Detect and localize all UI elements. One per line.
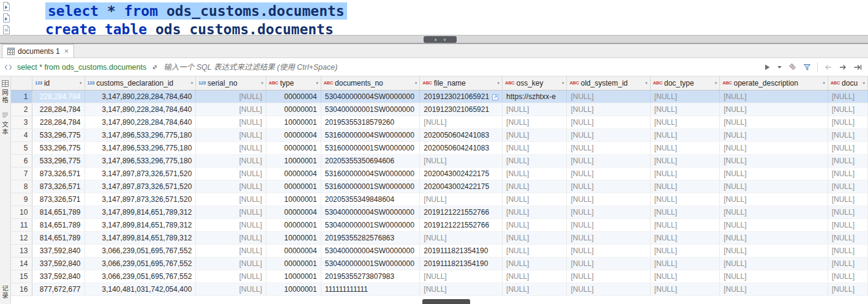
cell-serial_no[interactable]: [NULL] xyxy=(196,103,266,116)
view-tab-record[interactable]: 记录 xyxy=(1,285,10,299)
view-tab-text[interactable]: 文本 xyxy=(1,112,10,135)
cell-doc_type[interactable]: [NULL] xyxy=(650,116,719,128)
cell-type[interactable]: 00000001 xyxy=(266,257,321,270)
sql-file-icon[interactable] xyxy=(2,25,10,34)
cell-docu[interactable]: [NULL] xyxy=(828,193,867,206)
cell-id[interactable]: 228,284,784 xyxy=(32,116,84,128)
sort-dropdown-icon[interactable]: ▾ xyxy=(261,81,264,86)
cell-file_name[interactable]: 2020050604241083 xyxy=(420,128,503,141)
cell-customs_declaration_id[interactable]: 3,147,897,873,326,571,520 xyxy=(84,180,196,193)
cell-documents_no[interactable]: 530400000001SW0000000 xyxy=(321,218,420,231)
cell-customs_declaration_id[interactable]: 3,147,896,533,296,775,180 xyxy=(84,154,196,167)
column-header-docu[interactable]: ABCdocu▾ xyxy=(828,76,867,90)
cell-documents_no[interactable]: 20195355273807983 xyxy=(321,270,420,283)
cell-file_name[interactable]: [NULL] xyxy=(420,231,503,244)
cell-operate_description[interactable]: [NULL] xyxy=(720,116,828,128)
cell-type[interactable]: 10000001 xyxy=(266,270,321,283)
editor-code[interactable]: select * from ods_customs.documents crea… xyxy=(12,0,868,35)
cell-id[interactable]: 228,284,784 xyxy=(32,103,84,116)
cell-old_system_id[interactable]: [NULL] xyxy=(567,128,650,141)
column-header-file_name[interactable]: ABCfile_name▾ xyxy=(420,76,503,90)
cell-oss_key[interactable]: [NULL] xyxy=(503,167,567,180)
column-header-customs_declaration_id[interactable]: 123customs_declaration_id▾ xyxy=(84,76,196,90)
cell-serial_no[interactable]: [NULL] xyxy=(196,257,266,270)
cell-serial_no[interactable]: [NULL] xyxy=(196,231,266,244)
column-header-id[interactable]: 123id▾ xyxy=(32,76,84,90)
row-number[interactable]: 4 xyxy=(11,128,32,141)
sort-dropdown-icon[interactable]: ▾ xyxy=(862,81,865,86)
cell-old_system_id[interactable]: [NULL] xyxy=(567,180,650,193)
row-number-header[interactable] xyxy=(11,76,32,90)
cell-operate_description[interactable]: [NULL] xyxy=(720,206,828,218)
column-header-documents_no[interactable]: ABCdocuments_no▾ xyxy=(321,76,420,90)
cell-oss_key[interactable]: [NULL] xyxy=(503,180,567,193)
cell-operate_description[interactable]: [NULL] xyxy=(720,218,828,231)
cell-doc_type[interactable]: [NULL] xyxy=(650,193,719,206)
cell-customs_declaration_id[interactable]: 3,147,897,873,326,571,520 xyxy=(84,167,196,180)
close-icon[interactable]: × xyxy=(64,46,69,56)
row-number[interactable]: 11 xyxy=(11,218,32,231)
cell-oss_key[interactable]: [NULL] xyxy=(503,231,567,244)
cell-operate_description[interactable]: [NULL] xyxy=(720,283,828,295)
cell-serial_no[interactable]: [NULL] xyxy=(196,154,266,167)
row-number[interactable]: 12 xyxy=(11,231,32,244)
sort-dropdown-icon[interactable]: ▾ xyxy=(316,81,318,86)
cell-docu[interactable]: [NULL] xyxy=(828,128,867,141)
cell-serial_no[interactable]: [NULL] xyxy=(196,244,266,257)
cell-doc_type[interactable]: [NULL] xyxy=(650,231,719,244)
cell-old_system_id[interactable]: [NULL] xyxy=(567,116,650,128)
cell-oss_key[interactable]: [NULL] xyxy=(503,283,567,295)
sort-dropdown-icon[interactable]: ▾ xyxy=(715,81,717,86)
sort-dropdown-icon[interactable]: ▾ xyxy=(415,81,417,86)
cell-customs_declaration_id[interactable]: 3,147,890,228,284,784,640 xyxy=(84,90,196,103)
row-number[interactable]: 15 xyxy=(11,270,32,283)
cell-doc_type[interactable]: [NULL] xyxy=(650,257,719,270)
row-number[interactable]: 16 xyxy=(11,283,32,295)
splitter-handle-icon[interactable]: ∧∨ xyxy=(424,36,457,43)
cell-old_system_id[interactable]: [NULL] xyxy=(567,103,650,116)
cell-operate_description[interactable]: [NULL] xyxy=(720,141,828,154)
cell-documents_no[interactable]: 20195355318579260 xyxy=(321,116,420,128)
open-link-icon[interactable]: ↗ xyxy=(492,94,498,100)
cell-type[interactable]: 00000001 xyxy=(266,180,321,193)
cell-file_name[interactable]: [NULL] xyxy=(420,283,503,295)
cell-doc_type[interactable]: [NULL] xyxy=(650,206,719,218)
cell-id[interactable]: 533,296,775 xyxy=(32,154,84,167)
cell-operate_description[interactable]: [NULL] xyxy=(720,231,828,244)
cell-operate_description[interactable]: [NULL] xyxy=(720,270,828,283)
cell-old_system_id[interactable]: [NULL] xyxy=(567,154,650,167)
cell-documents_no[interactable]: 531600000004SW0000000 xyxy=(321,167,420,180)
sort-dropdown-icon[interactable]: ▾ xyxy=(645,81,648,86)
editor-results-splitter[interactable]: ∧∨ xyxy=(0,35,868,43)
cell-docu[interactable]: [NULL] xyxy=(828,180,867,193)
cell-serial_no[interactable]: [NULL] xyxy=(196,270,266,283)
cell-documents_no[interactable]: 530400000004SW0000000 xyxy=(321,244,420,257)
cell-serial_no[interactable]: [NULL] xyxy=(196,218,266,231)
cell-oss_key[interactable]: [NULL] xyxy=(503,154,567,167)
cell-old_system_id[interactable]: [NULL] xyxy=(567,244,650,257)
row-number[interactable]: 7 xyxy=(11,167,32,180)
cell-oss_key[interactable]: [NULL] xyxy=(503,103,567,116)
cell-old_system_id[interactable]: [NULL] xyxy=(567,231,650,244)
cell-doc_type[interactable]: [NULL] xyxy=(650,90,719,103)
cell-docu[interactable]: [NULL] xyxy=(828,154,867,167)
cell-doc_type[interactable]: [NULL] xyxy=(650,103,719,116)
row-number[interactable]: 2 xyxy=(11,103,32,116)
cell-operate_description[interactable]: [NULL] xyxy=(720,180,828,193)
sql-file-icon[interactable] xyxy=(2,13,10,23)
cell-type[interactable]: 10000001 xyxy=(266,116,321,128)
cell-customs_declaration_id[interactable]: 3,147,899,814,651,789,312 xyxy=(84,206,196,218)
cell-oss_key[interactable]: [NULL] xyxy=(503,116,567,128)
cell-doc_type[interactable]: [NULL] xyxy=(650,283,719,295)
row-number[interactable]: 5 xyxy=(11,141,32,154)
view-tab-grid[interactable]: 网格 xyxy=(1,80,10,103)
row-number[interactable]: 9 xyxy=(11,193,32,206)
column-header-old_system_id[interactable]: ABCold_system_id▾ xyxy=(567,76,650,90)
cell-type[interactable]: 10000001 xyxy=(266,154,321,167)
filter-input[interactable] xyxy=(163,63,759,72)
cell-oss_key[interactable]: https://szhtxx-e xyxy=(503,90,567,103)
cell-docu[interactable]: [NULL] xyxy=(828,244,867,257)
cell-docu[interactable]: [NULL] xyxy=(828,257,867,270)
cell-documents_no[interactable]: 530400000001SW0000000 xyxy=(321,103,420,116)
cell-file_name[interactable]: 2019111821354190 xyxy=(420,257,503,270)
